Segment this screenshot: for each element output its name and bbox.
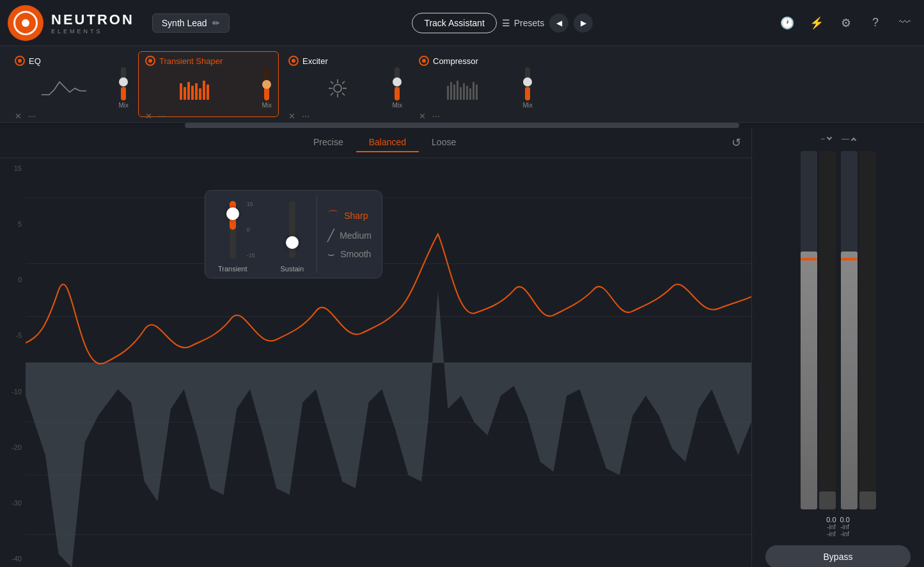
track-assistant-button[interactable]: Track Assistant	[412, 13, 496, 33]
compressor-close-button[interactable]: ✕	[419, 111, 426, 121]
history-icon: 🕐	[780, 16, 794, 30]
transient-module-header: Transient Shaper	[145, 56, 272, 66]
logo-inner	[22, 19, 29, 27]
meter-fill-1	[801, 252, 817, 509]
transient-slider-thumb[interactable]	[226, 207, 239, 220]
history-button[interactable]: 🕐	[776, 12, 799, 35]
compressor-power-button[interactable]	[419, 56, 429, 66]
top-bar-center: Track Assistant ☰ Presets ◀ ▶	[237, 13, 768, 33]
meter-val-6: -inf	[840, 531, 849, 538]
meter-val-4: 0.0	[840, 516, 850, 523]
compressor-waveform-icon	[446, 77, 490, 100]
transient-mix-thumb[interactable]	[262, 80, 271, 89]
meters-container	[757, 151, 919, 509]
eq-mix-label: Mix	[118, 102, 129, 109]
reset-button[interactable]: ↺	[732, 136, 741, 150]
svg-line-13	[331, 81, 333, 84]
minus-icon: −	[820, 134, 825, 143]
module-scrollbar-thumb[interactable]	[185, 123, 739, 128]
svg-rect-7	[207, 84, 209, 100]
lightning-button[interactable]: ⚡	[805, 12, 828, 35]
sustain-slider-thumb[interactable]	[286, 236, 299, 249]
pencil-icon: ✏	[212, 18, 220, 28]
meter-track-2[interactable]	[819, 151, 836, 509]
exciter-module-bottom: ✕ ⋯	[288, 111, 402, 121]
waveform-button[interactable]: 〰	[893, 12, 916, 35]
svg-rect-20	[457, 81, 458, 100]
svg-rect-25	[473, 82, 474, 100]
eq-close-button[interactable]: ✕	[15, 111, 22, 121]
svg-rect-21	[460, 87, 462, 100]
tab-loose[interactable]: Loose	[419, 133, 469, 152]
transient-slider-track[interactable]	[230, 201, 236, 259]
compressor-module-header: Compressor	[419, 56, 533, 66]
transient-close-button[interactable]: ✕	[145, 111, 152, 121]
transient-slider-wrap: 15 0 -15	[230, 201, 236, 259]
left-meter-group	[801, 151, 836, 509]
meter-fill-2	[819, 491, 836, 509]
module-strip: EQ Mix ✕ ⋯ Tra	[0, 46, 924, 123]
exciter-close-button[interactable]: ✕	[288, 111, 295, 121]
prev-preset-button[interactable]: ◀	[549, 13, 568, 33]
popup-options: ⌒ Sharp ╱ Medium ⌣ Smooth	[317, 191, 382, 278]
svg-line-16	[331, 93, 333, 95]
exciter-power-button[interactable]	[288, 56, 299, 66]
y-axis: 15 5 0 -5 -10 -20 -30 -40	[0, 158, 26, 567]
eq-module-bottom: ✕ ⋯	[15, 111, 129, 121]
transient-power-button[interactable]	[145, 56, 155, 66]
sustain-slider-track[interactable]	[289, 201, 295, 259]
tab-balanced[interactable]: Balanced	[356, 133, 419, 152]
svg-rect-3	[191, 86, 194, 100]
exciter-mix-slider-track[interactable]	[395, 67, 400, 100]
bypass-button[interactable]: Bypass	[765, 545, 911, 567]
help-button[interactable]: ?	[864, 12, 887, 35]
exciter-mix-thumb[interactable]	[393, 77, 402, 86]
meter-track-3[interactable]	[841, 151, 857, 509]
meter-val-5: -inf	[840, 523, 849, 531]
eq-mix-thumb[interactable]	[119, 77, 128, 86]
sustain-slider-wrap	[289, 201, 295, 259]
svg-rect-1	[184, 87, 186, 100]
compressor-vis	[419, 77, 517, 100]
svg-rect-18	[450, 82, 452, 100]
compressor-module-name: Compressor	[433, 56, 478, 66]
eq-power-dot	[18, 59, 22, 63]
exciter-module-name: Exciter	[302, 56, 328, 66]
meter-val-3: -inf	[827, 531, 836, 538]
transient-menu-icon[interactable]: ⋯	[159, 112, 166, 121]
tab-row: Precise Balanced Loose ↺	[0, 128, 751, 158]
transient-controls: Mix	[145, 67, 272, 109]
module-scrollbar[interactable]	[0, 123, 924, 128]
svg-rect-6	[203, 81, 205, 100]
eq-menu-icon[interactable]: ⋯	[28, 112, 36, 121]
next-preset-button[interactable]: ▶	[574, 13, 593, 33]
presets-button[interactable]: ☰ Presets	[502, 18, 544, 28]
exciter-menu-icon[interactable]: ⋯	[302, 112, 309, 121]
eq-vis	[15, 77, 113, 100]
settings-button[interactable]: ⚙	[834, 12, 857, 35]
meter-track-1[interactable]	[801, 151, 817, 509]
sustain-slider-col: Sustain	[280, 201, 304, 273]
eq-mix-slider-track[interactable]	[121, 67, 126, 100]
meter-track-4[interactable]	[859, 151, 876, 509]
exciter-controls: Mix	[288, 67, 402, 109]
gear-icon: ⚙	[841, 16, 851, 30]
compressor-mix-thumb[interactable]	[523, 77, 532, 86]
compressor-mix-slider-track[interactable]	[525, 67, 530, 100]
sharp-icon: ⌒	[327, 208, 339, 223]
preset-button[interactable]: Synth Lead ✏	[152, 13, 230, 33]
option-sharp[interactable]: ⌒ Sharp	[327, 208, 372, 223]
eq-power-button[interactable]	[15, 56, 25, 66]
waveform-svg	[26, 158, 751, 567]
exciter-power-dot	[292, 59, 295, 63]
tab-precise[interactable]: Precise	[301, 133, 356, 152]
option-medium[interactable]: ╱ Medium	[327, 228, 372, 243]
meter-thumb-1	[801, 258, 817, 260]
svg-rect-26	[476, 84, 478, 100]
transient-mix-slider-track[interactable]	[264, 67, 269, 100]
transient-waveform-icon	[178, 77, 223, 100]
svg-rect-17	[447, 86, 449, 100]
compressor-power-dot	[422, 59, 426, 63]
option-smooth[interactable]: ⌣ Smooth	[327, 248, 372, 261]
compressor-menu-icon[interactable]: ⋯	[432, 112, 440, 121]
